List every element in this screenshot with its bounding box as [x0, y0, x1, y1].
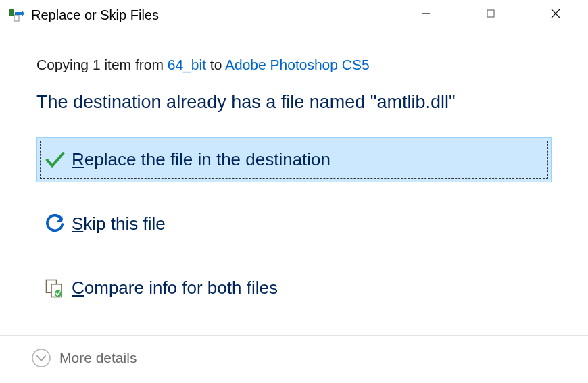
more-details-toggle[interactable]: More details [31, 348, 557, 368]
skip-arrow-icon [45, 214, 65, 234]
svg-point-9 [32, 349, 50, 367]
replace-option-label: Replace the file in the destination [72, 149, 330, 170]
maximize-button[interactable] [458, 0, 523, 30]
destination-folder-link[interactable]: Adobe Photoshop CS5 [225, 57, 370, 72]
titlebar: Replace or Skip Files [0, 0, 588, 30]
svg-rect-0 [9, 9, 14, 16]
compare-option-label: Compare info for both files [72, 278, 278, 299]
copy-prefix: Copying 1 item from [36, 57, 168, 72]
skip-option[interactable]: Skip this file [36, 201, 552, 247]
window-controls [393, 0, 588, 30]
check-icon [45, 150, 65, 170]
options-list: Replace the file in the destination Skip… [36, 137, 552, 311]
copy-mid: to [206, 57, 225, 72]
minimize-button[interactable] [393, 0, 458, 30]
conflict-message: The destination already has a file named… [36, 92, 552, 113]
svg-rect-1 [14, 15, 19, 21]
close-button[interactable] [523, 0, 588, 30]
compare-option[interactable]: Compare info for both files [36, 265, 552, 311]
chevron-down-icon [31, 348, 51, 368]
replace-skip-icon [8, 8, 24, 24]
source-folder-link[interactable]: 64_bit [168, 57, 206, 72]
window-title: Replace or Skip Files [31, 7, 159, 23]
compare-files-icon [45, 278, 65, 299]
svg-rect-3 [487, 10, 494, 17]
dialog-footer: More details [0, 335, 588, 368]
replace-option[interactable]: Replace the file in the destination [36, 137, 552, 182]
copy-status-line: Copying 1 item from 64_bit to Adobe Phot… [36, 57, 552, 73]
dialog-content: Copying 1 item from 64_bit to Adobe Phot… [0, 30, 588, 311]
skip-option-label: Skip this file [72, 213, 166, 234]
more-details-label: More details [59, 350, 137, 366]
